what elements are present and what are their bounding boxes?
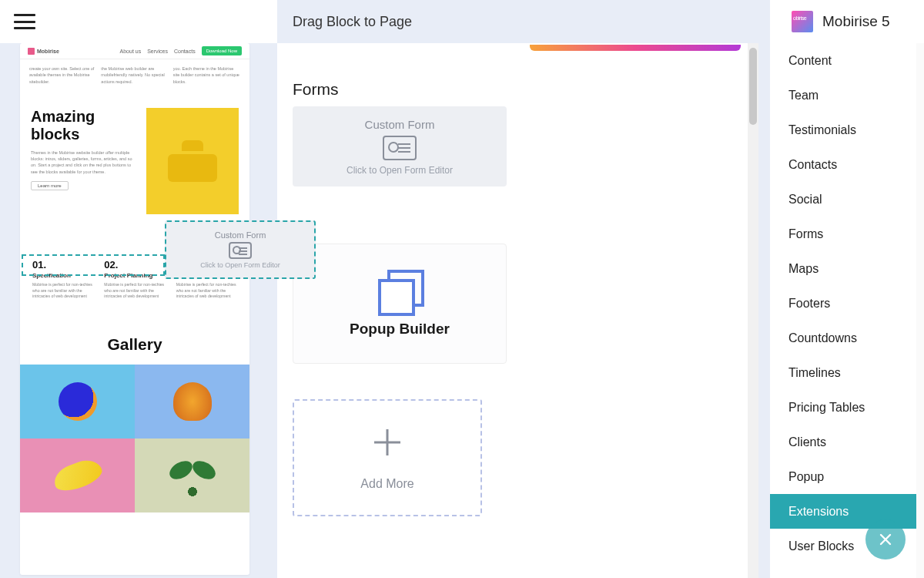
sidebar-item-content[interactable]: Content (770, 43, 924, 78)
preview-gallery: Gallery (20, 320, 249, 512)
sidebar-item-forms[interactable]: Forms (770, 217, 924, 251)
form-icon (229, 242, 252, 259)
preview-hero-desc: Themes in the Mobirise website builder o… (31, 150, 136, 175)
category-sidebar: ContentTeamTestimonialsContactsSocialFor… (770, 43, 924, 578)
popup-icon (378, 270, 421, 313)
preview-nav: Mobirise About us Services Contacts Down… (20, 43, 249, 59)
gallery-image-2 (173, 382, 212, 421)
dragging-block-custom-form[interactable]: Custom Form Click to Open Form Editor (165, 220, 316, 279)
close-panel-button[interactable] (865, 519, 906, 560)
add-more-label: Add More (360, 477, 413, 491)
preview-gallery-title: Gallery (20, 335, 249, 354)
sidebar-item-contacts[interactable]: Contacts (770, 147, 924, 182)
page-preview[interactable]: Mobirise About us Services Contacts Down… (20, 43, 249, 575)
topbar-left (0, 0, 277, 43)
sidebar-scrollbar[interactable] (916, 43, 924, 578)
plus-icon (370, 425, 405, 463)
gradient-divider (530, 45, 741, 51)
brand-logo-icon (792, 11, 813, 32)
preview-intro-columns: create your own site. Select one of avai… (20, 59, 249, 97)
block-subtitle: Click to Open Form Editor (346, 165, 453, 176)
sidebar-item-footers[interactable]: Footers (770, 286, 924, 321)
sidebar-item-extensions[interactable]: Extensions (770, 494, 924, 529)
preview-hero: Amazing blocks Themes in the Mobirise we… (20, 97, 249, 231)
preview-hero-image (146, 108, 239, 214)
drag-hint-label: Drag Block to Page (293, 14, 412, 30)
preview-learn-button: Learn more (31, 181, 69, 190)
section-label-forms: Forms (277, 80, 758, 99)
blocks-scrollbar[interactable] (748, 43, 758, 578)
brand-bar: Mobirise 5 (770, 0, 924, 43)
sidebar-item-maps[interactable]: Maps (770, 251, 924, 286)
block-title: Custom Form (365, 118, 435, 131)
sidebar-item-clients[interactable]: Clients (770, 425, 924, 459)
gallery-image-4 (166, 449, 219, 502)
sidebar-item-popup[interactable]: Popup (770, 459, 924, 494)
sidebar-item-timelines[interactable]: Timelines (770, 355, 924, 390)
brand-label: Mobirise 5 (822, 13, 890, 30)
blocks-scrollbar-thumb[interactable] (749, 48, 757, 125)
preview-logo: Mobirise (28, 48, 59, 55)
sidebar-item-testimonials[interactable]: Testimonials (770, 113, 924, 147)
close-icon (878, 532, 893, 547)
gallery-image-1 (59, 382, 97, 421)
add-more-button[interactable]: Add More (293, 399, 482, 516)
form-icon (383, 136, 417, 160)
drag-hint-bar: Drag Block to Page (277, 0, 770, 43)
popup-title: Popup Builder (350, 321, 450, 338)
blocks-panel: Forms Custom Form Click to Open Form Edi… (277, 43, 758, 578)
sidebar-item-countdowns[interactable]: Countdowns (770, 321, 924, 355)
block-custom-form[interactable]: Custom Form Click to Open Form Editor (293, 106, 507, 187)
preview-hero-title: Amazing blocks (31, 108, 136, 143)
preview-nav-links: About us Services Contacts Download Now (120, 46, 242, 55)
sidebar-item-pricing-tables[interactable]: Pricing Tables (770, 390, 924, 425)
sidebar-item-social[interactable]: Social (770, 182, 924, 217)
gallery-image-3 (50, 455, 105, 496)
drop-target-indicator (22, 254, 165, 276)
hamburger-icon[interactable] (14, 14, 35, 29)
section-label-popup: up (277, 217, 758, 236)
telephone-icon (168, 140, 217, 182)
sidebar-item-team[interactable]: Team (770, 78, 924, 113)
block-popup-builder[interactable]: Popup Builder (293, 244, 507, 364)
